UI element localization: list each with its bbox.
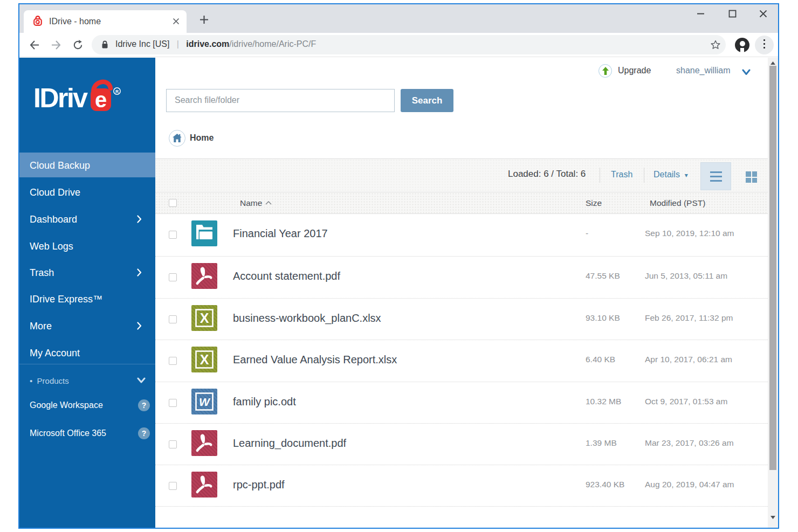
svg-text:R: R (115, 89, 119, 94)
svg-text:W: W (199, 395, 211, 407)
svg-text:X: X (200, 310, 209, 325)
svg-text:e: e (95, 88, 107, 112)
svg-text:X: X (200, 352, 209, 367)
